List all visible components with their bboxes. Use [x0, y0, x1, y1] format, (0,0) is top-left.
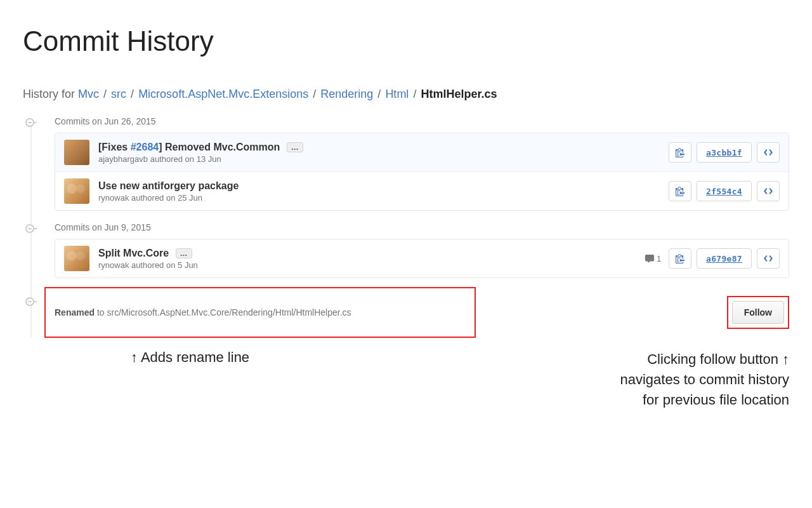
avatar[interactable] [64, 140, 89, 165]
breadcrumb-link-html[interactable]: Html [385, 88, 409, 100]
commit-author[interactable]: ajaybhargavb [98, 154, 148, 164]
follow-button[interactable]: Follow [732, 301, 784, 324]
breadcrumb: History for Mvc / src / Microsoft.AspNet… [23, 88, 789, 101]
breadcrumb-sep: / [129, 88, 135, 100]
expand-message-button[interactable]: … [176, 248, 192, 258]
clipboard-icon [676, 186, 684, 196]
commit-actions: 2f554c4 [669, 181, 780, 201]
rename-label: Renamed [55, 307, 95, 318]
breadcrumb-sep: / [376, 88, 382, 100]
breadcrumb-sep: / [412, 88, 417, 100]
commit-title-suffix: ] Removed Mvc.Common [159, 142, 280, 152]
code-icon [763, 149, 773, 156]
browse-code-button[interactable] [757, 248, 780, 269]
follow-button-wrap: Follow [727, 296, 789, 329]
breadcrumb-prefix: History for [23, 88, 75, 100]
breadcrumb-link-rendering[interactable]: Rendering [320, 88, 373, 100]
copy-sha-button[interactable] [669, 142, 691, 163]
commit-main: Split Mvc.Core … rynowak authored on 5 J… [98, 248, 645, 270]
commit-list: Split Mvc.Core … rynowak authored on 5 J… [55, 239, 789, 278]
commit-sha-link[interactable]: 2f554c4 [697, 181, 752, 201]
commit-meta: ajaybhargavb authored on 13 Jun [98, 154, 669, 164]
rename-path: to src/Microsoft.AspNet.Mvc.Core/Renderi… [95, 307, 351, 318]
commit-group-date: Commits on Jun 9, 2015 [55, 222, 151, 232]
commit-group-header: Commits on Jun 9, 2015 [55, 222, 789, 232]
page-title: Commit History [23, 25, 789, 57]
commit-row: [Fixes #2684] Removed Mvc.Common … ajayb… [55, 133, 789, 171]
breadcrumb-link-mvc[interactable]: Mvc [78, 88, 99, 100]
clipboard-icon [676, 253, 684, 264]
commit-title[interactable]: Use new antiforgery package [98, 180, 669, 192]
commit-authored-date: authored on 5 Jun [129, 260, 197, 270]
comment-count[interactable]: 1 [645, 254, 661, 264]
breadcrumb-sep: / [311, 88, 317, 100]
avatar[interactable] [64, 246, 89, 271]
comment-icon [645, 254, 654, 263]
annotation-right-line: for previous file location [620, 390, 789, 410]
commit-sha-link[interactable]: a679e87 [697, 248, 752, 269]
timeline-marker-icon [25, 118, 34, 127]
copy-sha-button[interactable] [669, 248, 691, 269]
breadcrumb-link-src[interactable]: src [111, 88, 126, 100]
commit-main: Use new antiforgery package rynowak auth… [98, 180, 669, 203]
commit-main: [Fixes #2684] Removed Mvc.Common … ajayb… [98, 142, 669, 164]
commit-title-suffix: Use new antiforgery package [98, 180, 239, 191]
avatar[interactable] [64, 178, 89, 204]
timeline-marker-icon [25, 224, 34, 233]
commit-author[interactable]: rynowak [98, 193, 129, 203]
commit-actions: 1 a679e87 [645, 248, 780, 269]
browse-code-button[interactable] [757, 142, 780, 163]
commit-authored-date: authored on 13 Jun [148, 154, 221, 164]
commit-row: Split Mvc.Core … rynowak authored on 5 J… [55, 239, 789, 277]
clipboard-icon [676, 147, 684, 157]
breadcrumb-sep: / [102, 88, 108, 100]
commit-timeline: Commits on Jun 26, 2015 [Fixes #2684] Re… [23, 116, 789, 338]
rename-row: Renamed to src/Microsoft.AspNet.Mvc.Core… [55, 287, 789, 338]
commit-meta: rynowak authored on 5 Jun [98, 260, 645, 270]
breadcrumb-current: HtmlHelper.cs [421, 88, 497, 100]
issue-link[interactable]: #2684 [131, 142, 159, 152]
commit-sha-link[interactable]: a3cbb1f [697, 142, 752, 163]
commit-group-header: Commits on Jun 26, 2015 [55, 116, 789, 126]
annotation-right-line: navigates to commit history [620, 370, 789, 390]
code-icon [763, 255, 773, 262]
commit-authored-date: authored on 25 Jun [129, 193, 202, 203]
annotation-row: ↑ Adds rename line Clicking follow butto… [23, 349, 789, 410]
timeline-marker-icon [25, 297, 34, 306]
comment-count-value: 1 [657, 254, 661, 264]
expand-message-button[interactable]: … [287, 142, 303, 152]
commit-title[interactable]: [Fixes #2684] Removed Mvc.Common … [98, 142, 669, 153]
code-icon [763, 187, 773, 195]
commit-author[interactable]: rynowak [98, 260, 129, 270]
commit-title-prefix: [Fixes [98, 142, 131, 152]
commit-title-suffix: Split Mvc.Core [98, 248, 169, 258]
commit-row: Use new antiforgery package rynowak auth… [55, 171, 789, 210]
commit-title[interactable]: Split Mvc.Core … [98, 248, 645, 259]
annotation-right-line: Clicking follow button ↑ [620, 349, 789, 370]
annotation-right: Clicking follow button ↑ navigates to co… [620, 349, 789, 410]
annotation-left: ↑ Adds rename line [131, 349, 249, 410]
copy-sha-button[interactable] [669, 181, 691, 201]
commit-meta: rynowak authored on 25 Jun [98, 193, 669, 203]
breadcrumb-link-extensions[interactable]: Microsoft.AspNet.Mvc.Extensions [138, 88, 308, 100]
commit-actions: a3cbb1f [669, 142, 780, 163]
rename-text: Renamed to src/Microsoft.AspNet.Mvc.Core… [55, 307, 351, 318]
commit-list: [Fixes #2684] Removed Mvc.Common … ajayb… [55, 133, 789, 211]
browse-code-button[interactable] [757, 181, 780, 201]
commit-group-date: Commits on Jun 26, 2015 [55, 116, 156, 126]
